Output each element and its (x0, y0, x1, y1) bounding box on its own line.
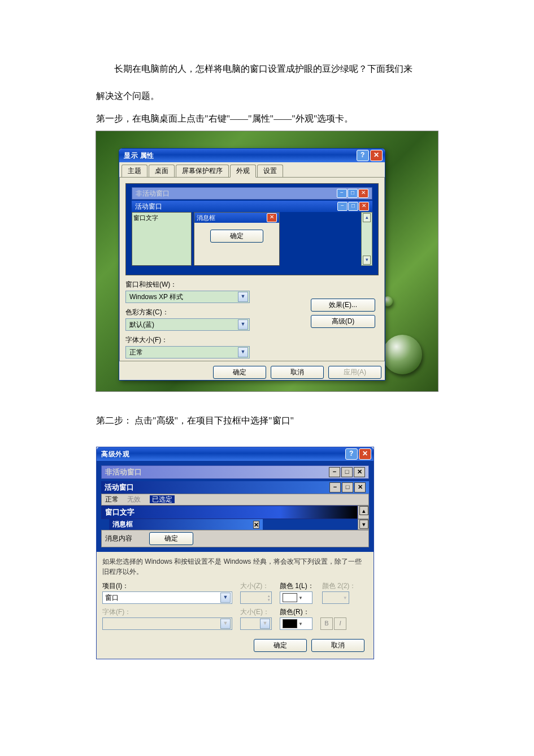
combo-value: 正常 (129, 348, 236, 357)
preview-msgbox-body: 确定 (194, 223, 279, 247)
preview-window-text-pane: 窗口文字 (132, 212, 192, 266)
minimize-icon: − (329, 467, 340, 477)
preview-msgbox-title: 消息框 ✕ (194, 213, 279, 223)
chevron-down-icon: ▼ (238, 319, 248, 330)
chevron-down-icon: ▼ (343, 595, 348, 601)
scroll-up-icon: ▴ (363, 213, 371, 222)
help-button[interactable]: ? (345, 448, 358, 460)
dialog-button-row: 确定 取消 (102, 631, 368, 653)
preview-msgbox-body: 消息内容 确定 (101, 530, 369, 547)
menu-item-normal: 正常 (105, 495, 119, 503)
combo-value: 默认(蓝) (129, 320, 236, 330)
chevron-down-icon: ▼ (220, 619, 231, 629)
preview-msgbox-title: 消息框 ✕ (109, 519, 263, 530)
document-page: 长期在电脑前的人，怎样将电脑的窗口设置成护眼的豆沙绿呢？下面我们来 解决这个问题… (0, 0, 534, 693)
cancel-button[interactable]: 取消 (311, 639, 364, 652)
label-color-2: 颜色 2(2)： (322, 581, 357, 591)
preview-active-body: 窗口文字 消息框 ✕ 确定 ▴ (132, 212, 372, 266)
preview-inactive-window: 非活动窗口 − □ ✕ (132, 187, 372, 200)
color-swatch (283, 593, 297, 602)
side-buttons: 效果(E)... 高级(D) (311, 299, 375, 328)
preview-msgbox-label: 消息框 (197, 214, 215, 222)
step-2-text: 第二步： 点击"高级"，在项目下拉框中选择"窗口" (96, 412, 438, 430)
tab-theme[interactable]: 主题 (121, 165, 147, 178)
apply-button[interactable]: 应用(A) (328, 366, 381, 379)
hint-text: 如果您选择的 Windows 和按钮设置不是 Windows 经典，将会改写下列… (102, 556, 368, 577)
close-button[interactable]: ✕ (359, 448, 371, 460)
combo-windows-and-buttons[interactable]: Windows XP 样式 ▼ (125, 291, 250, 303)
menu-item-selected: 已选定 (150, 495, 175, 503)
intro-line-2: 解决这个问题。 (96, 87, 438, 105)
combo-size-e: ▼ (240, 617, 272, 630)
maximize-icon: □ (348, 189, 358, 198)
dialog-title: 高级外观 (101, 450, 129, 459)
tab-screensaver[interactable]: 屏幕保护程序 (176, 165, 229, 178)
step-1-text: 第一步，在电脑桌面上点击"右键"——"属性"——"外观"选项卡。 (96, 110, 438, 128)
advanced-preview: 非活动窗口 − □ ✕ 活动窗口 − □ ✕ 正常 无效 已选定 (97, 461, 374, 552)
color-picker-r[interactable]: ▼ (280, 617, 312, 630)
row-item: 项目(I)： 窗口 ▼ 大小(Z)： ▴ ▾ (102, 581, 368, 604)
advanced-button[interactable]: 高级(D) (311, 315, 375, 328)
close-icon: ✕ (359, 202, 369, 211)
chevron-down-icon: ▼ (238, 292, 248, 302)
screenshot-2: 高级外观 ? ✕ 非活动窗口 − □ ✕ 活动窗口 − □ ✕ (96, 447, 374, 659)
close-icon: ✕ (253, 521, 259, 529)
preview-scrollbar: ▴ ▾ (361, 212, 372, 266)
spinner-down-icon: ▾ (268, 598, 270, 602)
maximize-icon: □ (348, 202, 358, 211)
ok-button[interactable]: 确定 (213, 366, 266, 379)
combo-font-size[interactable]: 正常 ▼ (125, 346, 250, 358)
dialog-titlebar[interactable]: 显示 属性 ? ✕ (119, 149, 385, 162)
tab-page-appearance: 非活动窗口 − □ ✕ 活动窗口 − □ ✕ (119, 177, 385, 361)
combo-font: ▼ (102, 617, 232, 630)
dialog-titlebar[interactable]: 高级外观 ? ✕ (97, 447, 374, 461)
close-icon: ✕ (354, 467, 365, 477)
chevron-down-icon: ▼ (298, 621, 303, 627)
preview-active-label: 活动窗口 (135, 201, 162, 212)
combo-color-scheme[interactable]: 默认(蓝) ▼ (125, 318, 250, 331)
tab-settings[interactable]: 设置 (257, 165, 283, 178)
bold-button: B (320, 617, 333, 630)
water-drop-decoration (383, 335, 422, 374)
color-picker-1[interactable]: ▼ (280, 591, 312, 604)
italic-button: I (334, 617, 346, 630)
preview-inactive-window: 非活动窗口 − □ ✕ (101, 465, 369, 479)
preview-window-text-title: 窗口文字 (101, 506, 358, 519)
close-button[interactable]: ✕ (370, 150, 383, 161)
close-icon: ✕ (354, 482, 366, 493)
maximize-icon: □ (342, 482, 353, 493)
maximize-icon: □ (341, 467, 353, 477)
tabs: 主题 桌面 屏幕保护程序 外观 设置 (119, 162, 385, 178)
preview-active-titlebar: 活动窗口 − □ ✕ (101, 481, 369, 494)
display-properties-dialog: 显示 属性 ? ✕ 主题 桌面 屏幕保护程序 外观 设置 非活动窗口 − (119, 148, 385, 381)
effects-button[interactable]: 效果(E)... (311, 299, 375, 312)
chevron-down-icon: ▼ (238, 347, 248, 357)
spinner-up-icon: ▴ (268, 594, 270, 598)
label-size-e: 大小(E)： (240, 607, 272, 617)
preview-message-box: 消息框 ✕ 确定 (194, 212, 280, 266)
tab-desktop[interactable]: 桌面 (149, 165, 175, 178)
preview-ok-button: 确定 (149, 532, 193, 545)
screenshot-1: 显示 属性 ? ✕ 主题 桌面 屏幕保护程序 外观 设置 非活动窗口 − (96, 131, 438, 391)
dialog-button-row: 确定 取消 应用(A) (119, 361, 385, 380)
minimize-icon: − (337, 202, 348, 211)
preview-inactive-label: 非活动窗口 (136, 188, 170, 199)
help-button[interactable]: ? (357, 150, 369, 161)
scroll-down-icon: ▾ (359, 520, 368, 529)
label-font: 字体(F)： (102, 607, 232, 617)
combo-value: Windows XP 样式 (129, 292, 236, 302)
ok-button[interactable]: 确定 (254, 639, 307, 652)
tab-appearance[interactable]: 外观 (230, 165, 256, 178)
label-color-1: 颜色 1(L)： (280, 581, 314, 591)
close-icon: ✕ (358, 189, 368, 198)
preview-active-titlebar: 活动窗口 − □ ✕ (132, 201, 372, 212)
dialog-title: 显示 属性 (124, 151, 154, 161)
combo-item[interactable]: 窗口 ▼ (102, 591, 232, 604)
preview-active-label: 活动窗口 (105, 482, 134, 493)
preview-ok-button: 确定 (210, 230, 263, 243)
field-font-size: 字体大小(F)： 正常 ▼ (125, 335, 379, 358)
spinner-size-z: ▴ ▾ (240, 591, 272, 604)
cancel-button[interactable]: 取消 (271, 366, 324, 379)
advanced-lower-panel: 如果您选择的 Windows 和按钮设置不是 Windows 经典，将会改写下列… (97, 552, 374, 659)
scroll-up-icon: ▴ (359, 506, 368, 515)
